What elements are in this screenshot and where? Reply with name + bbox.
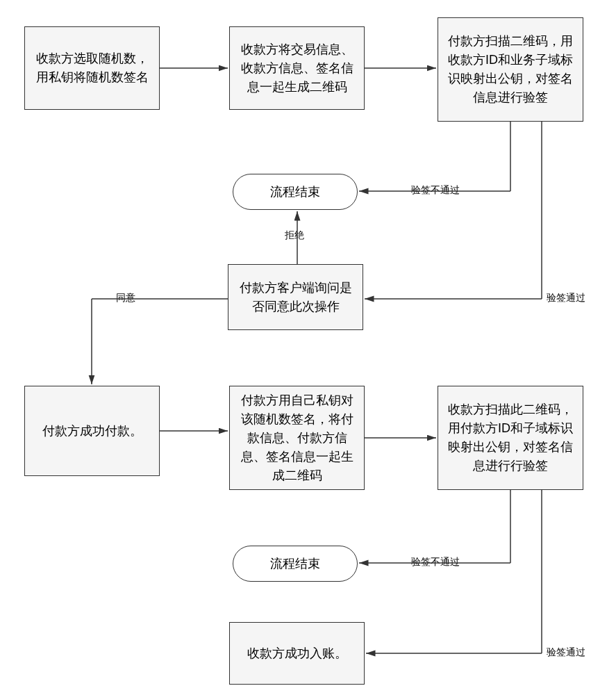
terminator-end-2: 流程结束 [233,546,358,582]
node-payee-credited: 收款方成功入账。 [229,622,365,685]
node-payee-sign-random: 收款方选取随机数，用私钥将随机数签名 [24,26,160,110]
edge-label-fail2: 验签不通过 [410,556,461,569]
edge-label-pass2: 验签通过 [545,646,587,659]
node-text: 流程结束 [270,555,320,572]
node-payer-generate-qr: 付款方用自己私钥对该随机数签名，将付款信息、付款方信息、签名信息一起生成二维码 [229,386,365,490]
node-payee-verify-signature: 收款方扫描此二维码，用付款方ID和子域标识映射出公钥，对签名信息进行行验签 [438,386,583,490]
node-text: 收款方扫描此二维码，用付款方ID和子域标识映射出公钥，对签名信息进行行验签 [447,400,574,475]
node-text: 收款方将交易信息、收款方信息、签名信息一起生成二维码 [238,40,356,97]
edge-label-reject: 拒绝 [283,229,306,242]
node-payer-confirm: 付款方客户端询问是否同意此次操作 [228,264,363,330]
node-text: 收款方选取随机数，用私钥将随机数签名 [33,49,151,87]
edge-label-pass1: 验签通过 [545,292,587,304]
node-payer-paid: 付款方成功付款。 [24,386,160,476]
node-payer-verify-signature: 付款方扫描二维码，用收款方ID和业务子域标识映射出公钥，对签名信息进行验签 [438,17,583,122]
edge-label-agree: 同意 [115,292,137,304]
node-text: 付款方扫描二维码，用收款方ID和业务子域标识映射出公钥，对签名信息进行验签 [447,32,574,107]
node-text: 收款方成功入账。 [247,644,347,663]
node-text: 付款方用自己私钥对该随机数签名，将付款信息、付款方信息、签名信息一起生成二维码 [238,391,356,485]
node-text: 流程结束 [270,183,320,200]
node-payee-generate-qr: 收款方将交易信息、收款方信息、签名信息一起生成二维码 [229,26,365,110]
edge-label-fail1: 验签不通过 [410,184,461,197]
terminator-end-1: 流程结束 [233,174,358,210]
node-text: 付款方成功付款。 [42,422,142,441]
node-text: 付款方客户端询问是否同意此次操作 [237,279,354,316]
